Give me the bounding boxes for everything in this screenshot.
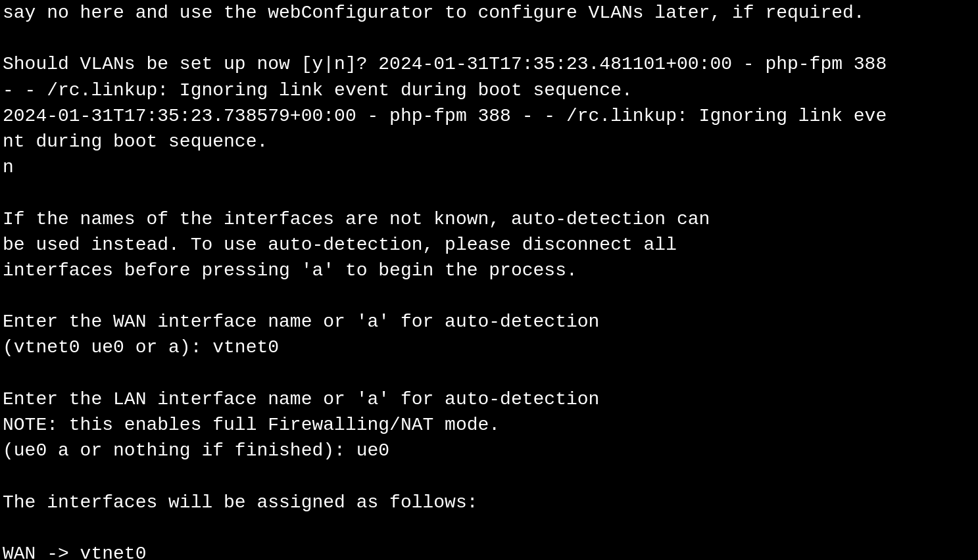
terminal-line — [3, 463, 975, 489]
terminal-line: Enter the LAN interface name or 'a' for … — [3, 386, 975, 412]
terminal-line: Should VLANs be set up now [y|n]? 2024-0… — [3, 51, 975, 77]
terminal-line: If the names of the interfaces are not k… — [3, 206, 975, 232]
terminal-output: say no here and use the webConfigurator … — [3, 0, 975, 560]
terminal-line: interfaces before pressing 'a' to begin … — [3, 258, 975, 283]
terminal-line — [3, 180, 975, 206]
terminal-line: WAN -> vtnet0 — [3, 541, 975, 560]
terminal-line: n — [3, 154, 975, 180]
terminal-line: (ue0 a or nothing if finished): ue0 — [3, 438, 975, 463]
terminal-line: 2024-01-31T17:35:23.738579+00:00 - php-f… — [3, 103, 975, 129]
terminal-line: say no here and use the webConfigurator … — [3, 0, 975, 26]
terminal-line: be used instead. To use auto-detection, … — [3, 232, 975, 258]
terminal-line — [3, 361, 975, 386]
terminal-line — [3, 26, 975, 51]
terminal-line — [3, 515, 975, 541]
terminal-line — [3, 283, 975, 309]
terminal-line: NOTE: this enables full Firewalling/NAT … — [3, 412, 975, 438]
terminal-line: - - /rc.linkup: Ignoring link event duri… — [3, 78, 975, 103]
terminal-line: Enter the WAN interface name or 'a' for … — [3, 309, 975, 335]
terminal-line: The interfaces will be assigned as follo… — [3, 490, 975, 515]
terminal-line: nt during boot sequence. — [3, 129, 975, 154]
terminal-window[interactable]: say no here and use the webConfigurator … — [0, 0, 978, 560]
terminal-line: (vtnet0 ue0 or a): vtnet0 — [3, 335, 975, 360]
